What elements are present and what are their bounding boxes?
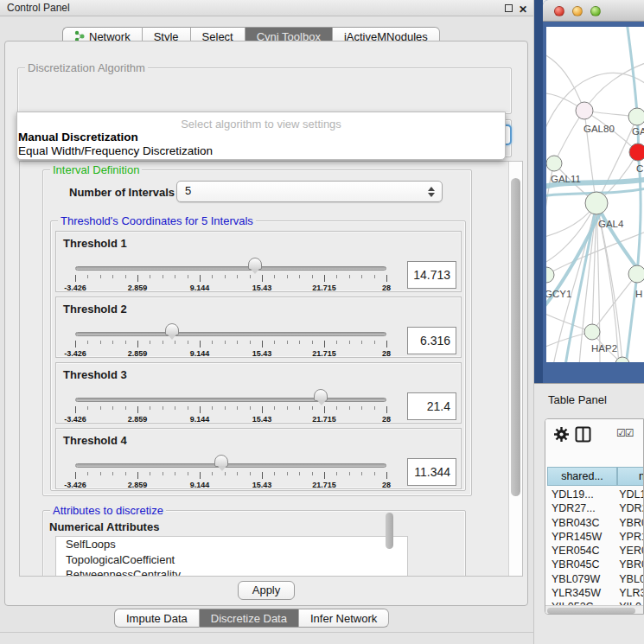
attribute-list-item[interactable]: BetweennessCentrality — [56, 567, 407, 576]
network-edge — [546, 53, 584, 111]
vertical-scrollbar-thumb[interactable] — [511, 178, 520, 496]
settings-vertical-scrollbar[interactable] — [508, 162, 522, 576]
cell-shared-name: YDL19... — [547, 488, 616, 501]
threshold-slider[interactable]: -3.426 2.859 9.144 15.43 21.715 28 — [75, 453, 386, 488]
table-row[interactable]: YPR145W YPR1 — [547, 530, 644, 544]
threshold-row: Threshold 3 — [55, 362, 462, 424]
threshold-row: Threshold 1 — [55, 231, 462, 292]
table-toolbar: ☑☑ — [545, 419, 643, 450]
network-svg[interactable]: GAL80GACGAL11GAL4GCY1HHAP2 — [546, 27, 644, 362]
attribute-list-item[interactable]: TopologicalCoefficient — [56, 552, 407, 568]
network-node[interactable] — [546, 156, 562, 171]
slider-scale-labels: -3.426 2.859 9.144 15.43 21.715 28 — [75, 284, 386, 292]
network-node[interactable] — [576, 102, 593, 119]
network-node[interactable] — [584, 324, 600, 340]
numerical-attributes-list: SelfLoopsTopologicalCoefficientBetweenne… — [55, 536, 408, 576]
gear-icon[interactable] — [553, 426, 570, 443]
cell-name: YBR0 — [619, 558, 644, 571]
network-node[interactable] — [629, 143, 644, 161]
cell-name: YDL1 — [619, 488, 644, 501]
threshold-value-input[interactable]: 21.4 — [407, 392, 456, 420]
zoom-traffic-light[interactable] — [590, 6, 601, 16]
threshold-row: Threshold 4 — [55, 428, 462, 489]
table-row[interactable]: YBL079W YBL0 — [547, 572, 644, 586]
cell-name: YBR0 — [619, 517, 644, 529]
threshold-label: Threshold 4 — [63, 434, 127, 447]
threshold-value-input[interactable]: 14.713 — [407, 261, 456, 289]
minimize-traffic-light[interactable] — [572, 6, 583, 16]
network-window-titlebar[interactable] — [543, 0, 644, 22]
table-panel-title: Table Panel — [548, 393, 607, 406]
tab-discretize-data[interactable]: Discretize Data — [200, 609, 299, 628]
table-row[interactable]: YER054C YER0 — [547, 544, 644, 558]
slider-thumb[interactable] — [165, 323, 179, 335]
network-node[interactable] — [585, 192, 608, 214]
table-row[interactable]: YBR043C YBR0 — [547, 516, 644, 530]
slider-ticks — [75, 472, 386, 479]
threshold-slider[interactable]: -3.426 2.859 9.144 15.43 21.715 28 — [75, 322, 386, 356]
cell-name: YLR3 — [619, 587, 644, 599]
thresholds-group: Threshold's Coordinates for 5 Intervals … — [50, 220, 466, 491]
network-node[interactable] — [628, 108, 644, 125]
column-header-shared-name[interactable]: shared... — [547, 467, 617, 486]
cell-shared-name: YBR043C — [547, 516, 616, 530]
float-window-icon[interactable] — [505, 4, 513, 12]
network-node-label: GAL11 — [551, 174, 581, 184]
slider-ticks — [75, 275, 386, 282]
algorithm-placeholder-option[interactable]: Select algorithm to view settings — [17, 118, 505, 131]
apply-button[interactable]: Apply — [238, 581, 295, 600]
panel-title: Control Panel — [7, 2, 70, 14]
slider-scale-labels: -3.426 2.859 9.144 15.43 21.715 28 — [75, 415, 386, 424]
network-canvas[interactable]: GAL80GACGAL11GAL4GCY1HHAP2 — [546, 27, 644, 362]
network-node-label: H — [635, 289, 642, 299]
option-manual-discretization[interactable]: Manual Discretization — [17, 131, 505, 144]
table-row[interactable]: YBR045C YBR0 — [547, 558, 644, 571]
cell-shared-name: YBL079W — [547, 572, 616, 586]
threshold-label: Threshold 2 — [63, 303, 127, 316]
threshold-value-input[interactable]: 11.344 — [407, 458, 456, 486]
tab-impute-data[interactable]: Impute Data — [114, 609, 200, 628]
table-horizontal-scrollbar[interactable] — [545, 605, 643, 614]
threshold-rows: Threshold 1 — [55, 231, 462, 494]
cell-name: YPR1 — [619, 531, 644, 543]
attribute-list-item[interactable]: SelfLoops — [56, 537, 407, 552]
divider — [0, 632, 534, 633]
attributes-group: Attributes to discretize Numerical Attri… — [42, 510, 466, 576]
number-of-intervals-combobox[interactable]: 5 — [176, 181, 443, 202]
slider-track[interactable] — [75, 332, 386, 336]
network-node-label: HAP2 — [591, 343, 617, 354]
threshold-value-input[interactable]: 6.316 — [407, 327, 456, 354]
table-row[interactable]: YDR27... YDR2 — [547, 501, 644, 515]
slider-thumb[interactable] — [214, 455, 228, 467]
network-node[interactable] — [628, 265, 644, 283]
bottom-tabbar: Impute Data Discretize Data Infer Networ… — [114, 609, 389, 628]
slider-thumb[interactable] — [248, 258, 262, 270]
discretization-algorithm-group: Discretization Algorithm — [17, 67, 512, 114]
option-equal-width-frequency[interactable]: Equal Width/Frequency Discretization — [17, 144, 505, 158]
select-columns-icon[interactable]: ☑☑ — [616, 427, 634, 439]
slider-track[interactable] — [75, 463, 386, 468]
combo-spinner-icon[interactable] — [427, 187, 435, 197]
table-row[interactable]: YLR345W YLR3 — [547, 586, 644, 600]
tab-infer-network[interactable]: Infer Network — [299, 609, 389, 628]
slider-track[interactable] — [75, 398, 386, 402]
cell-shared-name: YPR145W — [547, 530, 616, 544]
horizontal-scrollbar-thumb[interactable] — [547, 608, 635, 614]
threshold-label: Threshold 3 — [63, 368, 127, 381]
table-row[interactable]: YDL19... YDL1 — [547, 488, 644, 501]
threshold-slider[interactable]: -3.426 2.859 9.144 15.43 21.715 28 — [75, 387, 386, 422]
close-traffic-light[interactable] — [554, 6, 564, 16]
cell-shared-name: YER054C — [547, 544, 616, 558]
attributes-group-title: Attributes to discretize — [50, 504, 166, 517]
split-columns-icon[interactable] — [575, 426, 591, 443]
slider-track[interactable] — [75, 266, 386, 271]
close-panel-icon[interactable]: ✕ — [519, 2, 527, 17]
attributes-list-scrollbar[interactable] — [386, 513, 393, 549]
slider-thumb[interactable] — [314, 389, 328, 401]
network-node[interactable] — [546, 267, 554, 283]
network-view-window: GAL80GACGAL11GAL4GCY1HHAP2 — [543, 0, 644, 383]
cell-name: YDR2 — [619, 502, 644, 514]
column-header-name[interactable]: na — [617, 467, 644, 486]
thresholds-group-title: Threshold's Coordinates for 5 Intervals — [58, 214, 256, 227]
threshold-slider[interactable]: -3.426 2.859 9.144 15.43 21.715 28 — [75, 256, 386, 290]
